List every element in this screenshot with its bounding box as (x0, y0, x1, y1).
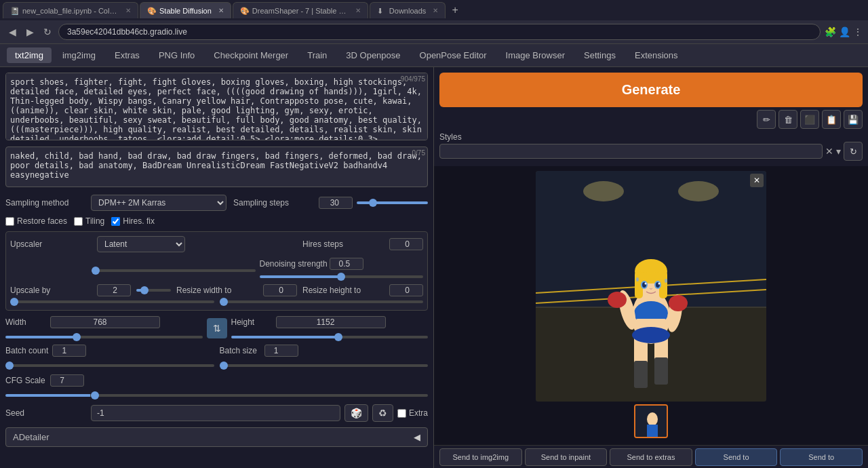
upscale-by-label: Upscale by (10, 286, 92, 295)
denoising-value[interactable] (330, 258, 363, 270)
seed-input[interactable] (91, 405, 340, 421)
adetailer-arrow: ◀ (414, 432, 420, 442)
menu-icon[interactable]: ⋮ (853, 26, 863, 37)
address-input[interactable] (58, 24, 821, 40)
pencil-icon[interactable]: ✏ (757, 110, 776, 129)
styles-input[interactable] (439, 144, 823, 159)
positive-char-count: 904/975 (401, 75, 425, 83)
save-icon[interactable]: 💾 (844, 110, 863, 129)
tab-downloads[interactable]: ⬇ Downloads ✕ (370, 2, 446, 18)
styles-refresh-icon[interactable]: ↻ (844, 142, 863, 161)
styles-clear-icon[interactable]: ✕ (825, 146, 833, 157)
generate-button[interactable]: Generate (439, 73, 863, 107)
app-nav: txt2img img2img Extras PNG Info Checkpoi… (0, 44, 868, 67)
close-image-button[interactable]: ✕ (750, 174, 764, 187)
width-slider[interactable] (5, 336, 203, 338)
styles-section: Styles ✕ ▾ ↻ (439, 132, 863, 161)
extensions-icon[interactable]: 🧩 (825, 26, 836, 37)
account-icon[interactable]: 👤 (839, 26, 850, 37)
sampling-row: Sampling method DPM++ 2M Karras Sampling… (5, 195, 428, 211)
batch-size-value[interactable] (264, 345, 298, 357)
nav-train[interactable]: Train (299, 47, 335, 63)
nav-3dopenpose[interactable]: 3D Openpose (338, 47, 408, 63)
nav-img2img[interactable]: img2img (54, 47, 104, 63)
tab-stable[interactable]: 🎨 Stable Diffusion ✕ (140, 2, 231, 18)
negative-prompt-input[interactable] (5, 147, 428, 187)
batch-count-value[interactable] (52, 345, 86, 357)
nav-openpose[interactable]: OpenPose Editor (412, 47, 495, 63)
upscaler-label: Upscaler (10, 239, 92, 249)
nav-extensions[interactable]: Extensions (627, 47, 686, 63)
thumbnail-1[interactable] (634, 404, 668, 438)
sampling-method-select[interactable]: DPM++ 2M Karras (91, 195, 226, 211)
trash-icon[interactable]: 🗑 (778, 110, 797, 129)
styles-dropdown-icon[interactable]: ▾ (836, 146, 841, 157)
nav-txt2img[interactable]: txt2img (7, 47, 52, 63)
adetailer-row[interactable]: ADetailer ◀ (5, 427, 428, 447)
send-to-extras-button[interactable]: Send to extras (610, 448, 692, 466)
hires-steps-slider[interactable] (92, 269, 256, 272)
resize-height-slider[interactable] (220, 300, 424, 303)
forward-button[interactable]: ▶ (23, 26, 37, 37)
cfg-scale-slider[interactable] (5, 394, 428, 397)
height-slider[interactable] (231, 336, 429, 338)
resize-height-value[interactable] (389, 284, 423, 296)
svg-point-6 (678, 181, 719, 201)
svg-rect-33 (647, 425, 658, 438)
back-button[interactable]: ◀ (5, 26, 19, 37)
tab-dreamshaper[interactable]: 🎨 DreamShaper - 7 | Stable Diffus... ✕ (233, 2, 368, 18)
sampling-steps-slider[interactable] (357, 201, 428, 204)
positive-prompt-input[interactable] (5, 73, 428, 140)
send-to-button-1[interactable]: Send to (695, 448, 778, 466)
send-to-img2img-button[interactable]: Send to img2img (439, 448, 522, 466)
restore-faces-checkbox[interactable]: Restore faces (5, 216, 67, 226)
upscale-by-slider[interactable] (136, 289, 171, 292)
tab-close-stable[interactable]: ✕ (218, 7, 224, 14)
cfg-scale-value[interactable] (50, 374, 84, 387)
extra-checkbox[interactable]: Extra (397, 408, 428, 418)
thumbnail-1-preview (635, 406, 668, 438)
cfg-scale-group: CFG Scale (5, 374, 428, 399)
batch-size-slider[interactable] (220, 364, 429, 367)
stop-icon[interactable]: ⬛ (800, 110, 819, 129)
upscale-by-value[interactable] (97, 284, 131, 296)
tiling-input[interactable] (74, 217, 83, 226)
extra-label: Extra (409, 408, 428, 418)
hires-fix-checkbox[interactable]: Hires. fix (111, 216, 155, 226)
resize-width-slider[interactable] (10, 300, 214, 303)
nav-imagebrowser[interactable]: Image Browser (498, 47, 573, 63)
height-value[interactable] (276, 316, 386, 328)
new-tab-button[interactable]: + (447, 2, 463, 18)
tab-colab[interactable]: 📓 new_colab_file.ipynb - Colabora... ✕ (3, 2, 138, 18)
denoising-slider[interactable] (260, 275, 424, 278)
batch-count-slider[interactable] (5, 364, 214, 367)
right-panel: Generate ✏ 🗑 ⬛ 📋 💾 Styles ✕ ▾ ↻ (434, 67, 868, 468)
nav-extras[interactable]: Extras (106, 47, 148, 63)
seed-recycle-button[interactable]: ♻ (372, 404, 393, 422)
seed-dice-button[interactable]: 🎲 (344, 404, 368, 422)
hires-fix-input[interactable] (111, 217, 120, 226)
restore-faces-input[interactable] (5, 217, 14, 226)
hires-steps-value[interactable] (389, 238, 423, 250)
upscaler-select[interactable]: Latent (97, 236, 185, 252)
send-to-button-2[interactable]: Send to (780, 448, 863, 466)
nav-checkpoint[interactable]: Checkpoint Merger (205, 47, 296, 63)
width-value[interactable] (50, 316, 160, 328)
sampling-steps-value[interactable] (319, 197, 353, 209)
send-to-inpaint-button[interactable]: Send to inpaint (525, 448, 608, 466)
swap-dimensions-button[interactable]: ⇅ (207, 318, 227, 338)
styles-label: Styles (439, 132, 462, 142)
tab-close-dl[interactable]: ✕ (433, 7, 438, 14)
copy-icon[interactable]: 📋 (822, 110, 841, 129)
extra-checkbox-input[interactable] (397, 409, 406, 418)
resize-width-value[interactable] (263, 284, 297, 296)
reload-button[interactable]: ↻ (41, 26, 54, 37)
nav-settings[interactable]: Settings (576, 47, 624, 63)
action-icons-row: ✏ 🗑 ⬛ 📋 💾 (439, 110, 863, 129)
tiling-checkbox[interactable]: Tiling (74, 216, 104, 226)
width-label: Width (5, 317, 46, 327)
tab-close-dream[interactable]: ✕ (355, 7, 361, 14)
restore-faces-label: Restore faces (17, 216, 67, 226)
tab-close-colab[interactable]: ✕ (125, 7, 131, 14)
nav-pnginfo[interactable]: PNG Info (151, 47, 203, 63)
